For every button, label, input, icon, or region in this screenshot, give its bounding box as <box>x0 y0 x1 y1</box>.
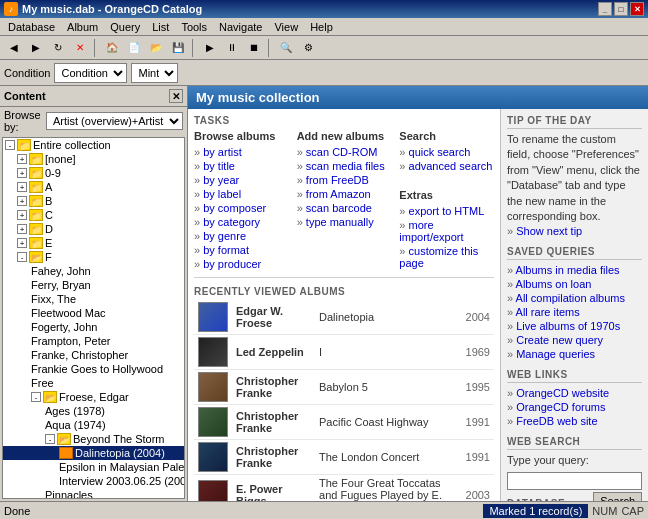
menu-item-query[interactable]: Query <box>104 20 146 34</box>
table-row[interactable]: E. Power BiggsThe Four Great Toccatas an… <box>194 475 494 502</box>
browse-by-format-link[interactable]: by format <box>194 243 289 257</box>
menu-item-help[interactable]: Help <box>304 20 339 34</box>
quick-search-link[interactable]: quick search <box>399 145 494 159</box>
save-button[interactable]: 💾 <box>168 38 188 58</box>
browse-by-genre-link[interactable]: by genre <box>194 229 289 243</box>
condition-combo[interactable]: Condition <box>54 63 127 83</box>
list-item[interactable]: Fahey, John <box>3 264 184 278</box>
scan-cdrom-link[interactable]: scan CD-ROM <box>297 145 392 159</box>
list-item[interactable]: Dalinetopia (2004) <box>3 446 184 460</box>
list-item[interactable]: Epsilon in Malaysian Pale <box>3 460 184 474</box>
forward-button[interactable]: ▶ <box>26 38 46 58</box>
list-item[interactable]: Franke, Christopher <box>3 348 184 362</box>
saved-query-link[interactable]: Albums on loan <box>507 277 642 291</box>
manage-queries-link[interactable]: Manage queries <box>507 347 642 361</box>
saved-query-link[interactable]: All rare items <box>507 305 642 319</box>
menu-item-album[interactable]: Album <box>61 20 104 34</box>
list-item[interactable]: Fixx, The <box>3 292 184 306</box>
create-query-link[interactable]: Create new query <box>507 333 642 347</box>
expand-icon[interactable]: + <box>17 154 27 164</box>
browse-by-year-link[interactable]: by year <box>194 173 289 187</box>
list-item[interactable]: Interview 2003.06.25 (2003) <box>3 474 184 488</box>
table-row[interactable]: Christopher FrankeBabylon 51995 <box>194 370 494 405</box>
browse-by-artist-link[interactable]: by artist <box>194 145 289 159</box>
web-link[interactable]: OrangeCD website <box>507 386 642 400</box>
expand-icon[interactable]: - <box>17 252 27 262</box>
menu-item-list[interactable]: List <box>146 20 175 34</box>
browse-by-category-link[interactable]: by category <box>194 215 289 229</box>
menu-item-database[interactable]: Database <box>2 20 61 34</box>
browse-by-composer-link[interactable]: by composer <box>194 201 289 215</box>
table-row[interactable]: Christopher FrankeThe London Concert1991 <box>194 440 494 475</box>
new-button[interactable]: 📄 <box>124 38 144 58</box>
type-manually-link[interactable]: type manually <box>297 215 392 229</box>
minimize-button[interactable]: _ <box>598 2 612 16</box>
expand-icon[interactable]: + <box>17 210 27 220</box>
expand-icon[interactable]: + <box>17 196 27 206</box>
stop2-button[interactable]: ⏹ <box>244 38 264 58</box>
list-item[interactable]: + 📁 B <box>3 194 184 208</box>
table-row[interactable]: Christopher FrankePacific Coast Highway1… <box>194 405 494 440</box>
expand-icon[interactable]: + <box>17 168 27 178</box>
open-button[interactable]: 📂 <box>146 38 166 58</box>
expand-icon[interactable]: + <box>17 238 27 248</box>
back-button[interactable]: ◀ <box>4 38 24 58</box>
saved-query-link[interactable]: All compilation albums <box>507 291 642 305</box>
list-item[interactable]: + 📁 E <box>3 236 184 250</box>
table-row[interactable]: Led ZeppelinI1969 <box>194 335 494 370</box>
expand-icon[interactable]: - <box>45 434 55 444</box>
play-button[interactable]: ▶ <box>200 38 220 58</box>
browse-by-combo[interactable]: Artist (overview)+Artist <box>46 112 183 130</box>
pause-button[interactable]: ⏸ <box>222 38 242 58</box>
maximize-button[interactable]: □ <box>614 2 628 16</box>
list-item[interactable]: Aqua (1974) <box>3 418 184 432</box>
menu-item-view[interactable]: View <box>268 20 304 34</box>
from-freedb-link[interactable]: from FreeDB <box>297 173 392 187</box>
list-item[interactable]: Free <box>3 376 184 390</box>
search-button[interactable]: 🔍 <box>276 38 296 58</box>
expand-icon[interactable]: - <box>31 392 41 402</box>
refresh-button[interactable]: ↻ <box>48 38 68 58</box>
list-item[interactable]: Frampton, Peter <box>3 334 184 348</box>
scan-barcode-link[interactable]: scan barcode <box>297 201 392 215</box>
web-search-input[interactable] <box>507 472 642 490</box>
web-link[interactable]: OrangeCD forums <box>507 400 642 414</box>
import-export-link[interactable]: more import/export <box>399 218 494 244</box>
list-item[interactable]: Frankie Goes to Hollywood <box>3 362 184 376</box>
browse-by-title-link[interactable]: by title <box>194 159 289 173</box>
expand-icon[interactable]: + <box>17 224 27 234</box>
advanced-search-link[interactable]: advanced search <box>399 159 494 173</box>
saved-query-link[interactable]: Live albums of 1970s <box>507 319 642 333</box>
tree-area[interactable]: - 📁 Entire collection + 📁 [none] + 📁 0-9… <box>2 137 185 499</box>
list-item[interactable]: Pinnacles <box>3 488 184 499</box>
web-search-button[interactable]: Search <box>593 492 642 501</box>
customize-page-link[interactable]: customize this page <box>399 244 494 270</box>
scan-media-link[interactable]: scan media files <box>297 159 392 173</box>
home-button[interactable]: 🏠 <box>102 38 122 58</box>
list-item[interactable]: + 📁 C <box>3 208 184 222</box>
browse-by-label-link[interactable]: by label <box>194 187 289 201</box>
expand-icon[interactable]: + <box>17 182 27 192</box>
mint-combo[interactable]: Mint <box>131 63 178 83</box>
expand-icon[interactable]: - <box>5 140 15 150</box>
table-row[interactable]: Edgar W. FroeseDalinetopia2004 <box>194 300 494 335</box>
list-item[interactable]: - 📂 Froese, Edgar <box>3 390 184 404</box>
list-item[interactable]: + 📁 0-9 <box>3 166 184 180</box>
list-item[interactable]: + 📁 A <box>3 180 184 194</box>
saved-query-link[interactable]: Albums in media files <box>507 263 642 277</box>
list-item[interactable]: Fleetwood Mac <box>3 306 184 320</box>
list-item[interactable]: + 📁 [none] <box>3 152 184 166</box>
from-amazon-link[interactable]: from Amazon <box>297 187 392 201</box>
list-item[interactable]: + 📁 D <box>3 222 184 236</box>
tree-root[interactable]: - 📁 Entire collection <box>3 138 184 152</box>
web-link[interactable]: FreeDB web site <box>507 414 642 428</box>
close-button[interactable]: ✕ <box>630 2 644 16</box>
browse-by-producer-link[interactable]: by producer <box>194 257 289 271</box>
menu-item-tools[interactable]: Tools <box>175 20 213 34</box>
menu-item-navigate[interactable]: Navigate <box>213 20 268 34</box>
list-item[interactable]: Fogerty, John <box>3 320 184 334</box>
export-html-link[interactable]: export to HTML <box>399 204 494 218</box>
list-item[interactable]: Ferry, Bryan <box>3 278 184 292</box>
list-item[interactable]: Ages (1978) <box>3 404 184 418</box>
list-item[interactable]: - 📂 F <box>3 250 184 264</box>
